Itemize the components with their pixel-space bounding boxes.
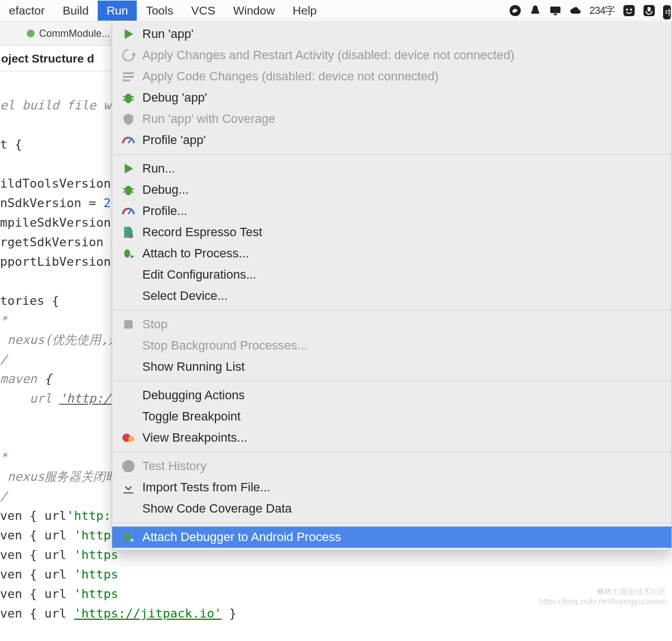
bird-icon[interactable] (509, 4, 521, 17)
svg-rect-27 (124, 320, 132, 328)
menu-run[interactable]: Run... (112, 158, 671, 179)
menu-profile[interactable]: Profile... (112, 200, 671, 222)
code-line: ven { url 'https://jitpack.io' } (0, 606, 237, 620)
code-line: ven { url 'https (0, 587, 118, 601)
menu-edit-configurations[interactable]: Edit Configurations... (112, 264, 671, 285)
menu-item-label: Attach Debugger to Android Process (142, 530, 341, 544)
menu-run[interactable]: Run (98, 1, 137, 21)
menu-view-breakpoints[interactable]: View Breakpoints... (112, 427, 671, 448)
blank-icon (121, 289, 136, 303)
svg-rect-11 (123, 76, 134, 78)
svg-point-25 (128, 233, 133, 238)
svg-point-5 (630, 8, 632, 11)
module-dot-icon (27, 30, 35, 37)
svg-point-29 (128, 436, 135, 442)
code-line: ven { url'http:/ (0, 509, 118, 523)
coverage-icon (121, 112, 136, 126)
code-line: nexus(优先使用,这 (0, 333, 121, 347)
menu-test-history: Test History (112, 456, 671, 477)
menu-run-coverage: Run 'app' with Coverage (112, 108, 671, 130)
code-line: nexus服务器关闭时 (0, 470, 118, 484)
menu-show-coverage[interactable]: Show Code Coverage Data (112, 498, 671, 519)
menu-item-label: Attach to Process... (142, 246, 249, 261)
code-line: ven { url 'https (0, 567, 118, 581)
menu-separator (112, 154, 671, 155)
svg-text:中: 中 (665, 8, 671, 17)
breakpoint-icon (121, 430, 136, 445)
svg-line-23 (131, 192, 133, 192)
blank-icon (121, 388, 136, 403)
menu-attach-debugger-android[interactable]: Attach Debugger to Android Process (112, 527, 671, 548)
menu-attach-process[interactable]: Attach to Process... (112, 243, 671, 264)
svg-rect-2 (554, 14, 557, 16)
menu-refactor[interactable]: efactor (0, 1, 54, 21)
menu-item-label: Debug 'app' (142, 90, 207, 105)
menu-debugging-actions[interactable]: Debugging Actions (112, 385, 671, 406)
menu-item-label: Profile 'app' (142, 133, 206, 147)
menu-select-device[interactable]: Select Device... (112, 285, 671, 307)
menu-stop-bg: Stop Background Processes... (112, 335, 671, 356)
stop-icon (121, 317, 136, 332)
menu-item-label: Edit Configurations... (142, 267, 256, 282)
menu-run-app[interactable]: Run 'app' (112, 23, 671, 45)
code-line: nSdkVersion = 21 (0, 196, 118, 210)
menu-import-tests[interactable]: Import Tests from File... (112, 477, 671, 498)
svg-point-26 (124, 249, 130, 257)
run-menu-dropdown: Run 'app' Apply Changes and Restart Acti… (112, 21, 672, 551)
bug-attach-icon (121, 246, 136, 261)
menu-vcs[interactable]: VCS (182, 1, 224, 21)
monitor-icon[interactable] (549, 4, 561, 17)
svg-line-22 (123, 192, 125, 192)
menu-build[interactable]: Build (54, 1, 98, 21)
system-tray: 234字 中 (509, 0, 671, 21)
blank-icon (121, 409, 136, 424)
svg-rect-1 (550, 7, 560, 13)
menu-toggle-breakpoint[interactable]: Toggle Breakpoint (112, 406, 671, 427)
menu-item-label: Test History (142, 459, 207, 473)
menu-window[interactable]: Window (224, 1, 284, 21)
menu-help[interactable]: Help (284, 1, 325, 21)
code-line: / (0, 489, 7, 503)
menu-record-espresso[interactable]: Record Espresso Test (112, 222, 671, 243)
open-file-tab[interactable]: CommModule... (39, 28, 110, 40)
code-line: ven { url 'https (0, 548, 118, 562)
svg-point-4 (626, 8, 628, 11)
code-line: ven { url 'https (0, 528, 118, 542)
cloud-icon[interactable] (569, 4, 582, 17)
svg-point-19 (125, 185, 132, 195)
code-line: * (0, 313, 7, 327)
clock-icon (121, 459, 136, 473)
ime-icon[interactable]: 中 (663, 4, 671, 17)
menu-item-label: Run 'app' (142, 27, 194, 41)
bug-attach-icon (121, 530, 136, 544)
word-count[interactable]: 234字 (589, 4, 615, 17)
svg-line-18 (128, 140, 131, 143)
penguin-icon[interactable] (529, 4, 541, 17)
menu-show-running[interactable]: Show Running List (112, 356, 671, 377)
svg-line-16 (123, 99, 125, 100)
blank-icon (121, 338, 136, 353)
mic-icon[interactable] (643, 4, 655, 17)
inner-header-title: oject Structure d (1, 52, 94, 65)
menu-debug-app[interactable]: Debug 'app' (112, 87, 671, 108)
blank-icon (121, 501, 136, 516)
menu-item-label: Select Device... (142, 289, 228, 303)
menu-item-label: Show Running List (142, 360, 244, 374)
menu-debug[interactable]: Debug... (112, 179, 671, 200)
svg-rect-7 (647, 7, 651, 12)
menu-tools[interactable]: Tools (137, 1, 182, 21)
menu-item-label: Import Tests from File... (142, 480, 270, 495)
code-line: t { (0, 137, 22, 151)
svg-line-20 (123, 189, 125, 189)
code-line: ildToolsVersion (0, 176, 118, 190)
smiley-icon[interactable] (623, 4, 635, 17)
menu-separator (112, 523, 671, 523)
menu-profile-app[interactable]: Profile 'app' (112, 130, 671, 151)
restart-icon (121, 48, 136, 63)
code-line: url 'http:// (0, 391, 118, 405)
svg-line-21 (131, 189, 133, 189)
code-line: * (0, 450, 7, 464)
menu-separator (112, 381, 671, 381)
menu-item-label: Toggle Breakpoint (142, 409, 241, 424)
menu-item-label: Run 'app' with Coverage (142, 112, 275, 126)
